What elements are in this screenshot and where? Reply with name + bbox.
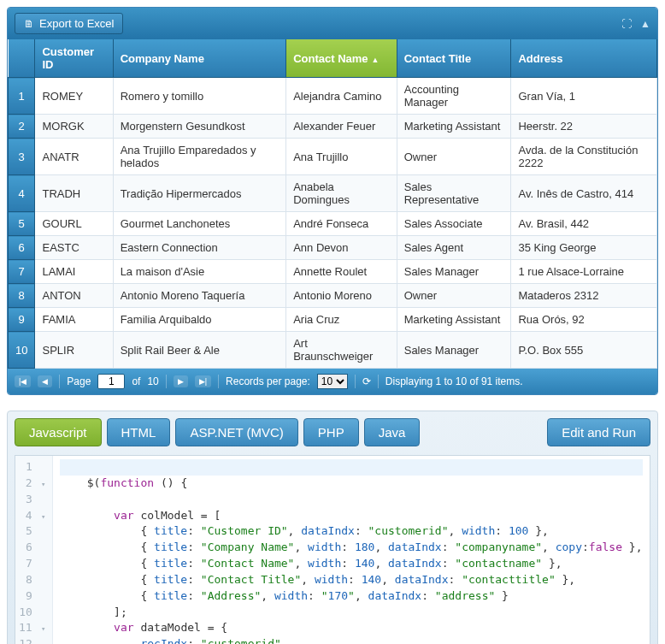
code-line[interactable]: { title: "Contact Title", width: 140, da… [60,572,643,588]
cell-contact-name[interactable]: Aria Cruz [286,308,397,332]
code-line[interactable]: { title: "Contact Name", width: 140, dat… [60,556,643,572]
table-row[interactable]: 4TRADHTradição HipermercadosAnabela Domi… [9,175,657,212]
first-page-button[interactable]: |◀ [15,375,31,387]
cell-customer-id[interactable]: ANTON [35,284,113,308]
cell-company-name[interactable]: La maison d'Asie [113,260,286,284]
cell-company-name[interactable]: Antonio Moreno Taquería [113,284,286,308]
table-row[interactable]: 9FAMIAFamilia ArquibaldoAria CruzMarketi… [9,308,657,332]
cell-contact-name[interactable]: André Fonseca [286,212,397,236]
table-row[interactable]: 5GOURLGourmet LanchonetesAndré FonsecaSa… [9,212,657,236]
maximize-icon[interactable]: ⛶ [621,18,632,30]
gutter-line: 3 [19,492,45,508]
cell-company-name[interactable]: Tradição Hipermercados [113,175,286,212]
tab-java[interactable]: Java [364,418,421,446]
table-row[interactable]: 8ANTONAntonio Moreno TaqueríaAntonio Mor… [9,284,657,308]
code-line[interactable]: { title: "Company Name", width: 180, dat… [60,540,643,556]
cell-contact-name[interactable]: Alejandra Camino [286,78,397,115]
cell-company-name[interactable]: Familia Arquibaldo [113,308,286,332]
cell-contact-title[interactable]: Owner [397,284,511,308]
page-input[interactable] [97,374,125,389]
cell-contact-name[interactable]: Antonio Moreno [286,284,397,308]
cell-contact-title[interactable]: Sales Representative [397,175,511,212]
cell-address[interactable]: Avda. de la Constitución 2222 [511,139,657,175]
edit-and-run-button[interactable]: Edit and Run [547,418,650,446]
tab-aspnet[interactable]: ASP.NET (MVC) [175,418,297,446]
cell-address[interactable]: Gran Vía, 1 [511,78,657,115]
cell-customer-id[interactable]: LAMAI [35,260,113,284]
code-line[interactable]: recIndx: "customerid", [60,636,643,644]
cell-contact-title[interactable]: Sales Associate [397,212,511,236]
cell-contact-name[interactable]: Art Braunschweiger [286,332,397,369]
code-line[interactable]: var colModel = [ [60,508,643,524]
cell-contact-name[interactable]: Annette Roulet [286,260,397,284]
code-line[interactable]: { title: "Customer ID", dataIndx: "custo… [60,523,643,540]
last-page-button[interactable]: ▶| [195,375,211,387]
cell-address[interactable]: Av. Brasil, 442 [511,212,657,236]
tab-php[interactable]: PHP [303,418,359,446]
cell-customer-id[interactable]: ROMEY [35,78,113,115]
cell-contact-name[interactable]: Alexander Feuer [286,115,397,139]
tab-javascript[interactable]: Javascript [15,418,102,446]
cell-customer-id[interactable]: EASTC [35,236,113,260]
cell-company-name[interactable]: Split Rail Beer & Ale [113,332,286,369]
export-excel-button[interactable]: 🗎 Export to Excel [15,13,123,34]
gutter-line: 6 [19,540,45,556]
table-row[interactable]: 10SPLIRSplit Rail Beer & AleArt Braunsch… [9,332,657,369]
cell-company-name[interactable]: Eastern Connection [113,236,286,260]
header-company-name[interactable]: Company Name [113,39,286,78]
cell-address[interactable]: Mataderos 2312 [511,284,657,308]
cell-contact-title[interactable]: Owner [397,139,511,175]
cell-address[interactable]: Heerstr. 22 [511,115,657,139]
code-line[interactable]: var dataModel = { [60,620,643,636]
code-content[interactable]: $(function () { var colModel = [ { title… [53,456,650,644]
cell-contact-title[interactable]: Sales Manager [397,260,511,284]
cell-address[interactable]: 35 King George [511,236,657,260]
cell-company-name[interactable]: Morgenstern Gesundkost [113,115,286,139]
header-contact-title[interactable]: Contact Title [397,39,511,78]
code-line[interactable]: $(function () { [60,476,643,492]
cell-customer-id[interactable]: GOURL [35,212,113,236]
table-row[interactable]: 2MORGKMorgenstern GesundkostAlexander Fe… [9,115,657,139]
records-per-page-select[interactable]: 10 [317,374,348,389]
code-editor[interactable]: 1 2 ▾ 3 4 ▾ 5 6 7 8 9 10 11 ▾12 13 14 15… [15,455,650,644]
cell-contact-title[interactable]: Sales Manager [397,332,511,369]
cell-company-name[interactable]: Ana Trujillo Emparedados y helados [113,139,286,175]
fold-icon[interactable]: ▾ [38,623,45,635]
table-row[interactable]: 1ROMEYRomero y tomilloAlejandra CaminoAc… [9,78,657,115]
cell-address[interactable]: Av. Inês de Castro, 414 [511,175,657,212]
cell-customer-id[interactable]: MORGK [35,115,113,139]
table-row[interactable]: 7LAMAILa maison d'AsieAnnette RouletSale… [9,260,657,284]
header-customer-id[interactable]: Customer ID [35,39,113,78]
header-address[interactable]: Address [511,39,657,78]
cell-customer-id[interactable]: FAMIA [35,308,113,332]
fold-icon[interactable]: ▾ [38,479,45,490]
table-row[interactable]: 6EASTCEastern ConnectionAnn DevonSales A… [9,236,657,260]
cell-address[interactable]: Rua Orós, 92 [511,308,657,332]
next-page-button[interactable]: ▶ [174,375,188,387]
cell-customer-id[interactable]: TRADH [35,175,113,212]
cell-contact-name[interactable]: Ana Trujillo [286,139,397,175]
cell-contact-name[interactable]: Ann Devon [286,236,397,260]
cell-contact-name[interactable]: Anabela Domingues [286,175,397,212]
fold-icon[interactable]: ▾ [38,511,45,523]
cell-contact-title[interactable]: Marketing Assistant [397,308,511,332]
code-line[interactable] [60,459,643,476]
prev-page-button[interactable]: ◀ [38,375,52,387]
cell-contact-title[interactable]: Sales Agent [397,236,511,260]
tab-html[interactable]: HTML [107,418,171,446]
code-line[interactable] [60,492,643,508]
code-line[interactable]: ]; [60,605,643,621]
cell-address[interactable]: P.O. Box 555 [511,332,657,369]
collapse-icon[interactable]: ▲ [640,18,650,30]
cell-customer-id[interactable]: ANATR [35,139,113,175]
table-row[interactable]: 3ANATRAna Trujillo Emparedados y helados… [9,139,657,175]
code-line[interactable]: { title: "Address", width: "170", dataIn… [60,588,643,605]
cell-customer-id[interactable]: SPLIR [35,332,113,369]
cell-address[interactable]: 1 rue Alsace-Lorraine [511,260,657,284]
cell-contact-title[interactable]: Accounting Manager [397,78,511,115]
cell-company-name[interactable]: Romero y tomillo [113,78,286,115]
header-contact-name[interactable]: Contact Name▲ [286,39,397,78]
refresh-icon[interactable]: ⟳ [362,375,371,387]
cell-company-name[interactable]: Gourmet Lanchonetes [113,212,286,236]
cell-contact-title[interactable]: Marketing Assistant [397,115,511,139]
